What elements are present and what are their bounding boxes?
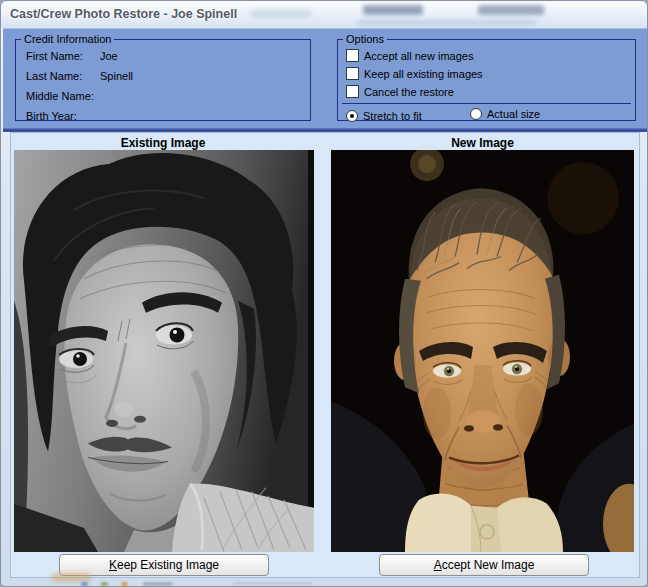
background-blur [143,582,173,586]
credit-information-label: Credit Information [21,33,114,45]
title-bar[interactable]: Cast/Crew Photo Restore - Joe Spinell [1,1,647,28]
stretch-to-fit-radio[interactable] [346,110,358,122]
middle-name-label: Middle Name: [26,86,100,106]
checkbox-row-cancel-the-restore[interactable]: Cancel the restore [346,84,635,99]
glass-reflection [251,9,311,18]
checkbox-row-keep-all-existing-images[interactable]: Keep all existing images [346,66,635,81]
button-mnemonic: K [109,558,117,572]
keep-all-existing-images-label: Keep all existing images [364,68,483,80]
field-last-name: Last Name:Spinell [16,66,310,86]
image-compare-panel: Existing Image New Image [10,132,640,578]
background-window-blur [357,20,537,25]
field-middle-name: Middle Name: [16,86,310,106]
last-name-label: Last Name: [26,66,100,86]
existing-image [14,150,314,552]
accept-new-image-button[interactable]: Accept New Image [379,554,589,576]
radio-dot [350,114,354,118]
header-panel: Credit Information First Name:Joe Last N… [3,28,647,128]
options-group: Options Accept all new images Keep all e… [337,33,636,121]
first-name-label: First Name: [26,46,100,66]
actual-size-radio[interactable] [470,108,482,120]
cancel-the-restore-label: Cancel the restore [364,86,454,98]
background-blur [233,582,313,585]
background-window-blur [478,5,544,15]
first-name-value: Joe [100,46,118,66]
button-mnemonic: A [434,558,442,572]
background-blur [81,582,88,586]
background-blur [101,582,108,586]
accept-all-new-images-checkbox[interactable] [346,49,359,62]
keep-all-existing-images-checkbox[interactable] [346,67,359,80]
radio-actual-size[interactable]: Actual size [470,108,540,120]
radio-stretch-to-fit[interactable]: Stretch to fit [346,110,422,122]
button-label-rest: ccept New Image [442,558,535,572]
cancel-the-restore-checkbox[interactable] [346,85,359,98]
options-separator [342,103,631,104]
birth-year-label: Birth Year: [26,106,100,126]
new-image [331,150,634,552]
accept-all-new-images-label: Accept all new images [364,50,473,62]
actual-size-label: Actual size [487,108,540,120]
background-blur [121,582,128,586]
background-blur [51,573,91,582]
button-label-rest: eep Existing Image [117,558,219,572]
photo-restore-dialog: Cast/Crew Photo Restore - Joe Spinell Cr… [0,0,648,587]
field-first-name: First Name:Joe [16,46,310,66]
stretch-to-fit-label: Stretch to fit [363,110,422,122]
bottom-glass-edge [3,579,647,587]
checkbox-row-accept-all-new-images[interactable]: Accept all new images [346,48,635,63]
background-window-blur [363,5,423,15]
existing-image-title: Existing Image [13,136,313,150]
last-name-value: Spinell [100,66,133,86]
options-label: Options [343,33,387,45]
window-title: Cast/Crew Photo Restore - Joe Spinell [10,7,237,21]
field-birth-year: Birth Year: [16,106,310,126]
new-image-title: New Image [331,136,634,150]
credit-information-group: Credit Information First Name:Joe Last N… [15,33,311,121]
keep-existing-image-button[interactable]: Keep Existing Image [59,554,269,576]
size-mode-radio-group: Stretch to fit Actual size [338,108,635,124]
